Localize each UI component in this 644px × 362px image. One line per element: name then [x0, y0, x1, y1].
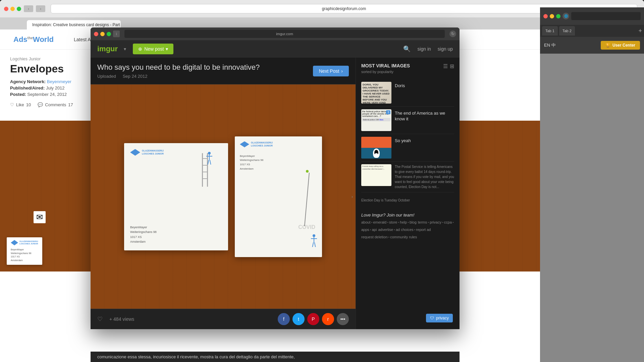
minimize-btn-right[interactable] — [550, 14, 554, 18]
close-btn-right[interactable] — [543, 14, 548, 18]
sidebar-item-america[interactable]: the federal police taking people off the… — [361, 107, 454, 134]
maximize-btn-right[interactable] — [556, 14, 560, 18]
ads-logo-text: Ads — [13, 35, 28, 44]
sidebar-extra-text: Election Day is Tuesday October — [361, 196, 454, 204]
right-browser-favicon: 🌐 — [562, 13, 569, 19]
forward-nav-btn[interactable]: › — [36, 5, 45, 12]
imgur-address-bar[interactable]: imgur.com — [124, 30, 445, 38]
language-switcher[interactable]: EN 中 — [544, 42, 556, 48]
more-icon: ••• — [340, 316, 345, 322]
footer-link-advertise[interactable]: advertise — [378, 228, 393, 234]
add-tab-button[interactable]: + — [638, 27, 642, 35]
join-team-text: Love Imgur? Join our team! — [361, 213, 454, 218]
sidebar-text-content: Election Day is Tuesday October — [361, 194, 454, 207]
right-address-bar[interactable] — [571, 12, 641, 20]
imgur-logo-dropdown-icon[interactable]: ▾ — [124, 46, 126, 52]
imgur-post-meta: Uploaded Sep 24 2012 — [97, 74, 260, 79]
sidebar-item-title-3: So yeah — [395, 137, 411, 159]
footer-link-terms[interactable]: terms — [418, 220, 427, 226]
imgur-post-footer: ♡ + 484 views f t P r — [91, 309, 356, 329]
sign-up-link[interactable]: sign up — [438, 46, 453, 52]
close-btn-imgur[interactable] — [94, 32, 98, 36]
imgur-search-icon[interactable]: 🔍 — [403, 45, 411, 53]
like-button[interactable]: ♡ — [97, 315, 103, 323]
minimize-btn-back[interactable] — [10, 7, 15, 11]
footer-link-emerald[interactable]: emerald — [373, 220, 386, 226]
footer-link-ccpa[interactable]: ccpa — [444, 220, 452, 226]
footer-link-apps[interactable]: apps — [361, 228, 369, 234]
imgur-main: Who says you need to be digital to be in… — [91, 58, 356, 329]
trophy-icon: 🏆 — [605, 43, 610, 48]
facebook-share-button[interactable]: f — [278, 313, 290, 325]
sidebar-title: MOST VIRAL IMAGES — [361, 63, 410, 68]
minimize-btn-imgur[interactable] — [100, 32, 105, 36]
footer-link-report-ad[interactable]: report ad — [416, 228, 431, 234]
list-view-button[interactable]: ☰ — [443, 63, 448, 69]
right-tab-bar: Tab 1 Tab 2 + — [540, 25, 644, 37]
agency-link[interactable]: Beyenmeyer — [47, 79, 71, 84]
post-title-group: Who says you need to be digital to be in… — [97, 63, 260, 79]
footer-link-request-deletion[interactable]: request deletion — [361, 235, 387, 239]
footer-link-blog[interactable]: blog — [410, 220, 417, 226]
scroll-right-icon[interactable]: › — [352, 194, 353, 199]
right-browser-titlebar: 🌐 — [540, 7, 644, 25]
imgur-sidebar: MOST VIRAL IMAGES sorted by popularity ☰… — [356, 58, 460, 329]
pinterest-share-button[interactable]: P — [307, 313, 319, 325]
new-post-plus-icon: ⊕ — [138, 46, 142, 52]
footer-link-privacy[interactable]: privacy — [430, 220, 441, 226]
reddit-share-button[interactable]: r — [322, 313, 334, 325]
footer-link-help[interactable]: help — [400, 220, 407, 226]
imgur-envelope-right: GLAZENWASSERIJLOGCHIES JUNIOR BeyenMayer… — [235, 136, 322, 257]
traffic-lights-right — [543, 14, 560, 18]
right-panel-browser: 🌐 Tab 1 Tab 2 + EN 中 🏆 User Center — [540, 7, 644, 362]
footer-link-ad-choices[interactable]: ad choices — [396, 228, 414, 234]
footer-link-community-rules[interactable]: community rules — [390, 235, 417, 239]
pinterest-icon: P — [312, 316, 315, 322]
maximize-btn-imgur[interactable] — [107, 32, 111, 36]
like-count: 10 — [26, 102, 31, 107]
imgur-page: imgur ▾ ⊕ New post ▾ 🔍 sign in sign up — [91, 40, 460, 329]
like-action[interactable]: ♡ Like 10 — [10, 102, 31, 107]
sidebar-item-title-2: The end of America as we know it — [395, 109, 454, 131]
new-post-button[interactable]: ⊕ New post ▾ — [133, 44, 173, 54]
comments-action[interactable]: 💬 Comments 17 — [38, 102, 73, 107]
imgur-image-area: GLAZENWASSERIJLOGCHIES JUNIOR — [91, 84, 356, 309]
published-label: Published/Aired: — [10, 85, 45, 90]
sidebar-item-text-4: The Postal Service is telling Americans … — [395, 164, 454, 189]
imgur-body: Who says you need to be digital to be in… — [91, 58, 460, 329]
sidebar-item-title-1: Doris — [395, 82, 405, 104]
imgur-favicon: i — [113, 31, 120, 37]
twitter-share-button[interactable]: t — [292, 313, 305, 325]
heart-icon: ♡ — [10, 102, 14, 107]
imgur-nav-right: 🔍 sign in sign up — [403, 45, 453, 53]
more-share-button[interactable]: ••• — [337, 313, 349, 325]
post-header-meta: Who says you need to be digital to be in… — [97, 63, 349, 79]
sidebar-item-soyeah[interactable]: So yeah — [361, 134, 454, 162]
sidebar-thumbnail-4: Friends keep calling me a coward/an idio… — [361, 164, 391, 186]
shield-icon: 🛡 — [430, 316, 434, 320]
back-nav-btn[interactable]: ‹ — [24, 5, 33, 12]
next-post-button[interactable]: Next Post › — [313, 66, 349, 76]
sign-in-link[interactable]: sign in — [417, 46, 431, 52]
sidebar-item-4[interactable]: Friends keep calling me a coward/an idio… — [361, 162, 454, 192]
sidebar-thumbnail-1: DORIS, YOU DELIVERED MY GROCERIES TODAY.… — [361, 82, 391, 104]
sidebar-item-doris[interactable]: DORIS, YOU DELIVERED MY GROCERIES TODAY.… — [361, 79, 454, 107]
footer-links: about • emerald • store • help • blog te… — [361, 220, 454, 239]
footer-link-api[interactable]: api — [372, 228, 377, 234]
right-tab-2[interactable]: Tab 2 — [559, 26, 575, 36]
privacy-button[interactable]: 🛡 privacy — [426, 314, 453, 322]
sidebar-subtitle: sorted by popularity — [361, 70, 410, 74]
right-tab-1[interactable]: Tab 1 — [542, 26, 558, 36]
maximize-btn-back[interactable] — [17, 7, 21, 11]
sidebar-thumbnail-3 — [361, 137, 391, 159]
reload-icon[interactable]: ↻ — [449, 31, 456, 37]
post-date: Sep 24 2012 — [123, 74, 148, 79]
user-center-button[interactable]: 🏆 User Center — [601, 41, 640, 50]
grid-view-button[interactable]: ⊞ — [450, 63, 454, 69]
footer-link-store[interactable]: store — [389, 220, 397, 226]
close-btn-back[interactable] — [4, 7, 8, 11]
social-share-buttons: f t P r ••• — [278, 313, 349, 325]
comments-count: 17 — [68, 102, 73, 107]
footer-link-about[interactable]: about — [361, 220, 371, 226]
ads-logo: AdstheWorld — [13, 35, 54, 44]
